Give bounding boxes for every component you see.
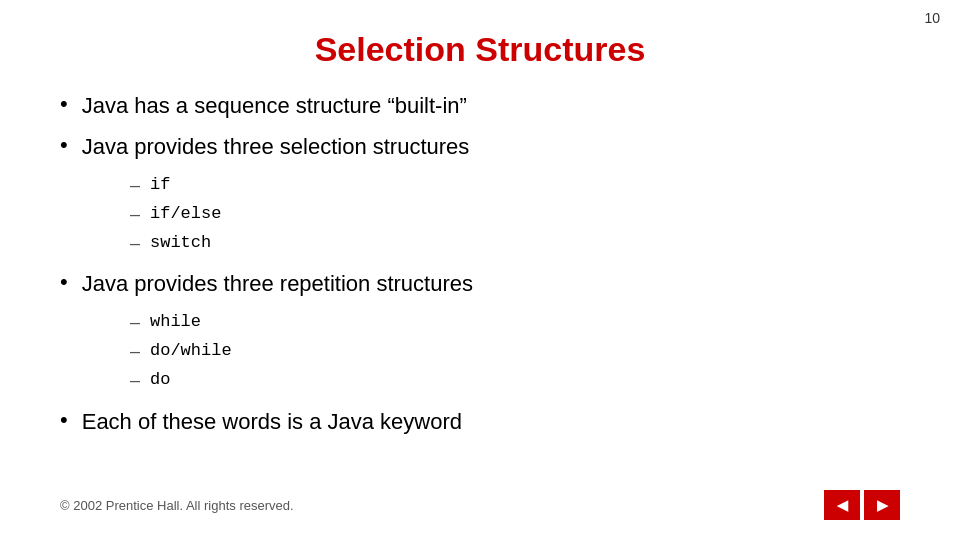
sub-list-3: – while – do/while – do bbox=[130, 308, 900, 394]
sub-item-while: – while bbox=[130, 308, 900, 337]
sub-item-if: – if bbox=[130, 171, 900, 200]
bullet-3: • Java provides three repetition structu… bbox=[60, 267, 900, 300]
footer: © 2002 Prentice Hall. All rights reserve… bbox=[60, 490, 900, 520]
slide-number: 10 bbox=[924, 10, 940, 26]
slide-content: • Java has a sequence structure “built-i… bbox=[60, 89, 900, 438]
dash-if: – bbox=[130, 171, 140, 200]
slide-title: Selection Structures bbox=[60, 30, 900, 69]
bullet-dot-1: • bbox=[60, 89, 68, 120]
bullet-1: • Java has a sequence structure “built-i… bbox=[60, 89, 900, 122]
bullet-2: • Java provides three selection structur… bbox=[60, 130, 900, 163]
code-while: while bbox=[150, 308, 201, 335]
code-if: if bbox=[150, 171, 170, 198]
prev-arrow-icon bbox=[837, 497, 848, 513]
code-dowhile: do/while bbox=[150, 337, 232, 364]
bullet-4-text: Each of these words is a Java keyword bbox=[82, 405, 462, 438]
dash-ifelse: – bbox=[130, 200, 140, 229]
next-arrow-icon bbox=[877, 497, 888, 513]
bullet-1-text: Java has a sequence structure “built-in” bbox=[82, 89, 467, 122]
prev-button[interactable] bbox=[824, 490, 860, 520]
dash-dowhile: – bbox=[130, 337, 140, 366]
dash-do: – bbox=[130, 366, 140, 395]
bullet-3-text: Java provides three repetition structure… bbox=[82, 267, 473, 300]
sub-item-ifelse: – if/else bbox=[130, 200, 900, 229]
dash-while: – bbox=[130, 308, 140, 337]
dash-switch: – bbox=[130, 229, 140, 258]
bullet-4: • Each of these words is a Java keyword bbox=[60, 405, 900, 438]
code-ifelse: if/else bbox=[150, 200, 221, 227]
copyright-text: © 2002 Prentice Hall. All rights reserve… bbox=[60, 498, 294, 513]
sub-item-dowhile: – do/while bbox=[130, 337, 900, 366]
sub-list-2: – if – if/else – switch bbox=[130, 171, 900, 257]
bullet-dot-3: • bbox=[60, 267, 68, 298]
code-switch: switch bbox=[150, 229, 211, 256]
code-do: do bbox=[150, 366, 170, 393]
nav-buttons bbox=[824, 490, 900, 520]
bullet-2-text: Java provides three selection structures bbox=[82, 130, 470, 163]
bullet-dot-2: • bbox=[60, 130, 68, 161]
sub-item-do: – do bbox=[130, 366, 900, 395]
sub-item-switch: – switch bbox=[130, 229, 900, 258]
bullet-dot-4: • bbox=[60, 405, 68, 436]
next-button[interactable] bbox=[864, 490, 900, 520]
slide: 10 Selection Structures • Java has a seq… bbox=[0, 0, 960, 540]
